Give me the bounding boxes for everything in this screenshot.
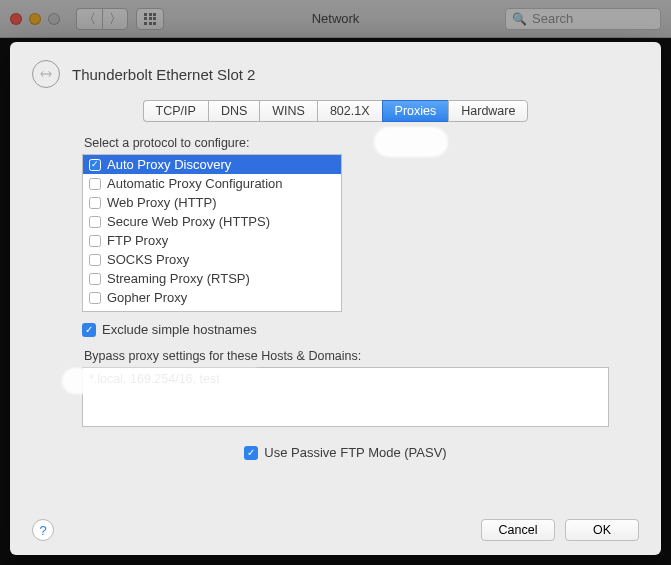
proxies-pane: Select a protocol to configure: Auto Pro… xyxy=(32,136,639,509)
protocol-item[interactable]: Streaming Proxy (RTSP) xyxy=(83,269,341,288)
exclude-simple-checkbox[interactable] xyxy=(82,323,96,337)
protocol-checkbox[interactable] xyxy=(89,235,101,247)
tab-8021x[interactable]: 802.1X xyxy=(317,100,382,122)
protocol-label: Web Proxy (HTTP) xyxy=(107,195,217,210)
protocol-checkbox[interactable] xyxy=(89,254,101,266)
cancel-button[interactable]: Cancel xyxy=(481,519,555,541)
tab-proxies[interactable]: Proxies xyxy=(382,100,449,122)
tab-tcpip[interactable]: TCP/IP xyxy=(143,100,208,122)
protocol-label: SOCKS Proxy xyxy=(107,252,189,267)
sheet-header: Thunderbolt Ethernet Slot 2 xyxy=(32,60,639,88)
protocol-label: FTP Proxy xyxy=(107,233,168,248)
interface-icon xyxy=(32,60,60,88)
protocol-item[interactable]: Gopher Proxy xyxy=(83,288,341,307)
protocol-checkbox[interactable] xyxy=(89,273,101,285)
bypass-textarea[interactable]: *.local, 169.254/16, test xyxy=(82,367,609,427)
protocol-item[interactable]: FTP Proxy xyxy=(83,231,341,250)
help-icon: ? xyxy=(39,523,46,538)
exclude-simple-label: Exclude simple hostnames xyxy=(102,322,257,337)
protocol-checkbox[interactable] xyxy=(89,159,101,171)
protocol-item[interactable]: SOCKS Proxy xyxy=(83,250,341,269)
protocol-checkbox[interactable] xyxy=(89,178,101,190)
sheet-footer: ? Cancel OK xyxy=(32,509,639,541)
exclude-simple-row[interactable]: Exclude simple hostnames xyxy=(82,322,609,337)
interface-title: Thunderbolt Ethernet Slot 2 xyxy=(72,66,255,83)
advanced-sheet: Thunderbolt Ethernet Slot 2 TCP/IPDNSWIN… xyxy=(10,42,661,555)
bypass-section: Bypass proxy settings for these Hosts & … xyxy=(82,349,609,427)
protocol-checkbox[interactable] xyxy=(89,197,101,209)
passive-ftp-checkbox[interactable] xyxy=(244,446,258,460)
protocol-item[interactable]: Auto Proxy Discovery xyxy=(83,155,341,174)
ok-button[interactable]: OK xyxy=(565,519,639,541)
tab-dns[interactable]: DNS xyxy=(208,100,259,122)
protocol-item[interactable]: Automatic Proxy Configuration xyxy=(83,174,341,193)
help-button[interactable]: ? xyxy=(32,519,54,541)
protocol-list[interactable]: Auto Proxy DiscoveryAutomatic Proxy Conf… xyxy=(82,154,342,312)
protocol-checkbox[interactable] xyxy=(89,216,101,228)
protocol-label: Gopher Proxy xyxy=(107,290,187,305)
protocol-label: Automatic Proxy Configuration xyxy=(107,176,283,191)
passive-ftp-row[interactable]: Use Passive FTP Mode (PASV) xyxy=(82,445,609,460)
tab-bar: TCP/IPDNSWINS802.1XProxiesHardware xyxy=(143,100,529,122)
protocol-label: Streaming Proxy (RTSP) xyxy=(107,271,250,286)
protocol-item[interactable]: Secure Web Proxy (HTTPS) xyxy=(83,212,341,231)
protocol-label: Select a protocol to configure: xyxy=(84,136,609,150)
bypass-label: Bypass proxy settings for these Hosts & … xyxy=(84,349,609,363)
passive-ftp-label: Use Passive FTP Mode (PASV) xyxy=(264,445,446,460)
tab-hardware[interactable]: Hardware xyxy=(448,100,528,122)
protocol-item[interactable]: Web Proxy (HTTP) xyxy=(83,193,341,212)
protocol-label: Secure Web Proxy (HTTPS) xyxy=(107,214,270,229)
protocol-label: Auto Proxy Discovery xyxy=(107,157,231,172)
protocol-checkbox[interactable] xyxy=(89,292,101,304)
tab-wins[interactable]: WINS xyxy=(259,100,317,122)
